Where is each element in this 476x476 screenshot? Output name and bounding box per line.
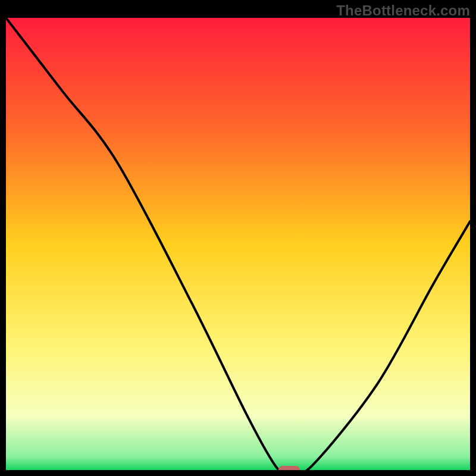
optimal-marker <box>278 466 300 470</box>
bottleneck-chart <box>6 18 470 470</box>
chart-frame: TheBottleneck.com <box>0 0 476 476</box>
chart-svg <box>6 18 470 470</box>
watermark-label: TheBottleneck.com <box>336 2 470 19</box>
gradient-background <box>6 18 470 470</box>
